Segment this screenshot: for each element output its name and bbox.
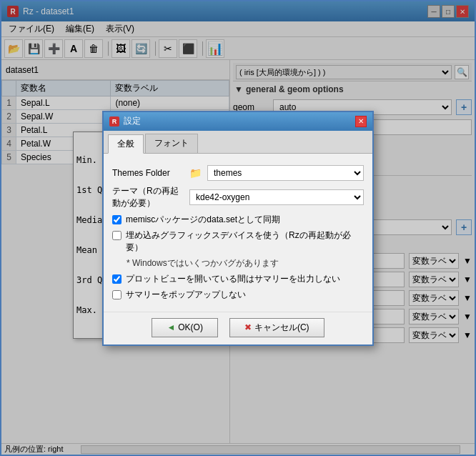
ok-label: OK(O): [178, 322, 203, 332]
themes-folder-select[interactable]: themes: [207, 165, 364, 181]
checkbox-row-1: memiscパッケージのdata.setとして同期: [112, 214, 364, 226]
theme-label: テーマ（Rの再起動が必要）: [112, 185, 184, 209]
tab-general[interactable]: 全般: [108, 134, 144, 154]
checkbox-label-5: サマリーをポップアップしない: [126, 289, 246, 301]
checkbox-row-4: プロットビューを開いている間はサマリーを出力しない: [112, 273, 364, 285]
checkbox-4[interactable]: [112, 274, 122, 284]
dialog-close-button[interactable]: ✕: [355, 116, 367, 127]
dialog-body: Themes Folder 📁 themes テーマ（Rの再起動が必要） kde…: [104, 154, 372, 312]
theme-row: テーマ（Rの再起動が必要） kde42-oxygen: [112, 185, 364, 209]
dialog-title: 設定: [124, 115, 141, 127]
cancel-icon: ✖: [244, 322, 252, 332]
checkbox-label-2: 埋め込みグラフィックスデバイスを使う（Rzの再起動が必要）: [126, 229, 364, 254]
checkbox-label-4: プロットビューを開いている間はサマリーを出力しない: [126, 273, 340, 285]
cancel-button[interactable]: ✖ キャンセル(C): [229, 318, 324, 337]
settings-dialog: R 設定 ✕ 全般 フォント Themes Folder 📁 themes: [102, 111, 374, 346]
checkbox-2[interactable]: [112, 231, 122, 240]
main-window: R Rz - dataset1 ─ □ ✕ ファイル(E) 編集(E) 表示(V…: [0, 0, 476, 456]
dialog-app-icon: R: [109, 117, 119, 127]
themes-folder-label: Themes Folder: [112, 168, 184, 178]
theme-select[interactable]: kde42-oxygen: [189, 189, 364, 205]
dialog-footer: ◄ OK(O) ✖ キャンセル(C): [104, 312, 372, 345]
dialog-overlay: R 設定 ✕ 全般 フォント Themes Folder 📁 themes: [1, 1, 475, 455]
checkbox-row-5: サマリーをポップアップしない: [112, 289, 364, 301]
folder-icon: 📁: [189, 167, 202, 179]
checkbox-row-3: * Windowsではいくつかバグがあります: [127, 257, 364, 269]
checkbox-label-3: * Windowsではいくつかバグがあります: [127, 257, 279, 269]
ok-button[interactable]: ◄ OK(O): [152, 318, 218, 337]
tab-font[interactable]: フォント: [145, 134, 198, 153]
themes-folder-row: Themes Folder 📁 themes: [112, 165, 364, 181]
dialog-tabs: 全般 フォント: [104, 131, 372, 154]
checkbox-5[interactable]: [112, 290, 122, 299]
dialog-title-bar: R 設定 ✕: [104, 112, 372, 131]
checkbox-1[interactable]: [112, 215, 122, 224]
ok-icon: ◄: [167, 322, 175, 332]
checkbox-label-1: memiscパッケージのdata.setとして同期: [126, 214, 280, 226]
cancel-label: キャンセル(C): [254, 322, 309, 334]
checkbox-row-2: 埋め込みグラフィックスデバイスを使う（Rzの再起動が必要）: [112, 229, 364, 254]
